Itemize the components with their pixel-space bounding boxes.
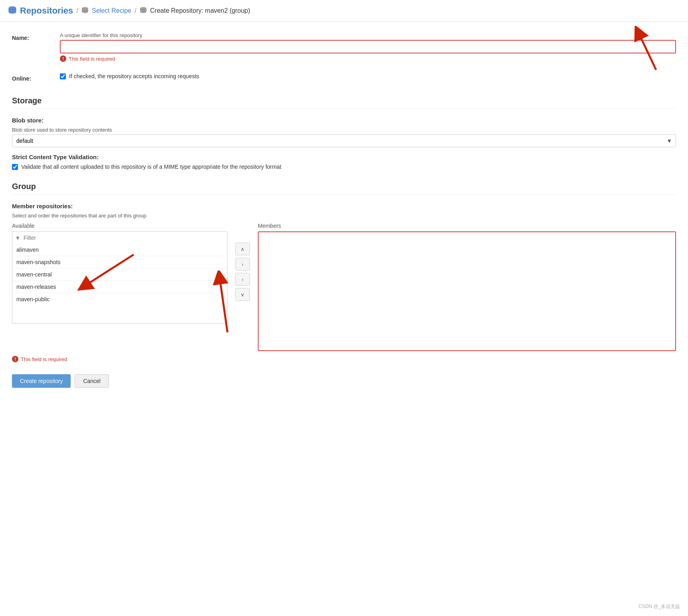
filter-wrapper: ▼ (12, 231, 227, 244)
group-heading: Group (12, 182, 676, 195)
online-hint: If checked, the repository accepts incom… (69, 73, 199, 79)
list-item-maven-snapshots[interactable]: maven-snapshots (12, 256, 227, 269)
online-label: Online: (12, 73, 60, 82)
select-recipe-link[interactable]: Select Recipe (92, 7, 131, 14)
strict-hint: Validate that all content uploaded to th… (21, 164, 281, 170)
name-field-wrapper: A unique identifier for this repository … (60, 32, 676, 62)
filter-icon: ▼ (15, 235, 20, 241)
move-left-button[interactable]: ‹ (235, 273, 250, 286)
online-checkbox-row: If checked, the repository accepts incom… (60, 73, 676, 79)
filter-input[interactable] (12, 231, 227, 244)
available-label: Available (12, 223, 227, 229)
group-error: ! This field is required (12, 356, 676, 362)
action-buttons: Create repository Cancel (12, 374, 676, 400)
group-error-icon: ! (12, 356, 18, 362)
group-error-text: This field is required (21, 356, 67, 362)
members-panel: Members (258, 223, 676, 351)
members-list (258, 231, 676, 351)
name-input[interactable] (60, 40, 676, 53)
repositories-title: Repositories (20, 6, 73, 16)
group-layout: Available ▼ alimaven maven-snapshots mav… (12, 223, 676, 351)
storage-section: Storage Blob store: Blob store used to s… (12, 96, 676, 170)
member-repos-heading: Member repositories: (12, 203, 676, 209)
page-title: Create Repository: maven2 (group) (150, 7, 250, 14)
blob-store-select[interactable]: default (12, 134, 676, 147)
name-error-icon: ! (60, 55, 66, 62)
group-section: Group Member repositories: Select and or… (12, 182, 676, 362)
watermark: CSDN @_多说无益 (639, 603, 680, 610)
members-label: Members (258, 223, 676, 229)
move-down-button[interactable]: ∨ (235, 288, 250, 301)
available-panel: Available ▼ alimaven maven-snapshots mav… (12, 223, 227, 324)
breadcrumb: Repositories / Select Recipe / Create Re… (0, 0, 688, 22)
name-error: ! This field is required (60, 55, 676, 62)
name-section: Name: A unique identifier for this repos… (12, 30, 676, 84)
breadcrumb-sep-1: / (76, 7, 78, 15)
cancel-button[interactable]: Cancel (75, 374, 109, 388)
save-button[interactable]: Create repository (12, 374, 71, 388)
create-repo-icon (140, 7, 147, 15)
repositories-icon (8, 6, 17, 16)
name-hint: A unique identifier for this repository (60, 32, 676, 38)
list-item-maven-releases[interactable]: maven-releases (12, 281, 227, 293)
select-recipe-icon (81, 7, 89, 15)
name-label: Name: (12, 32, 60, 41)
blob-store-hint: Blob store used to store repository cont… (12, 127, 676, 133)
blob-store-select-wrapper: default ▼ (12, 134, 676, 147)
breadcrumb-sep-2: / (134, 7, 136, 15)
strict-heading: Strict Content Type Validation: (12, 154, 676, 160)
move-right-button[interactable]: › (235, 258, 250, 270)
member-repos-hint: Select and order the repositories that a… (12, 213, 676, 219)
list-item-maven-central[interactable]: maven-central (12, 269, 227, 281)
strict-checkbox[interactable] (12, 164, 18, 170)
list-item-alimaven[interactable]: alimaven (12, 244, 227, 256)
move-up-button[interactable]: ∧ (235, 243, 250, 255)
name-row: Name: A unique identifier for this repos… (12, 30, 676, 64)
transfer-buttons: ∧ › ‹ ∨ (235, 223, 250, 301)
available-list: alimaven maven-snapshots maven-central m… (12, 244, 227, 324)
online-row: Online: If checked, the repository accep… (12, 71, 676, 84)
list-item-maven-public[interactable]: maven-public (12, 293, 227, 305)
blob-store-heading: Blob store: (12, 117, 676, 124)
online-field-wrapper: If checked, the repository accepts incom… (60, 73, 676, 79)
online-checkbox[interactable] (60, 73, 66, 79)
strict-checkbox-row: Validate that all content uploaded to th… (12, 164, 676, 170)
name-error-text: This field is required (69, 56, 115, 62)
storage-heading: Storage (12, 96, 676, 109)
